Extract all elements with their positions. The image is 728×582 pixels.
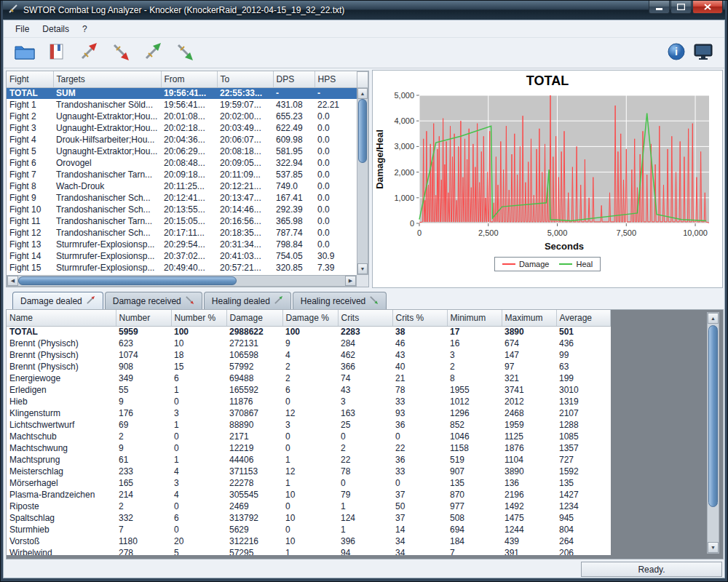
table-row[interactable]: Fight 14Sturmrufer-Explosionsp...20:37:0… [7,250,357,262]
table-row[interactable]: TOTAL59591002988622100228338173890501 [7,326,610,338]
svg-text:Damage/Heal: Damage/Heal [374,129,385,189]
table-row[interactable]: Wirbelwind278557295194347391206 [7,547,610,555]
scroll-track[interactable] [708,324,719,542]
damage-dealt-button[interactable] [75,41,103,65]
table-row[interactable]: Spaltschlag332631379210124375081475945 [7,512,610,524]
close-button[interactable] [692,1,723,14]
column-header[interactable]: Fight [7,71,53,87]
table-row[interactable]: Energiewoge349669488274218321199 [7,372,610,384]
sword-up-green-icon [142,41,164,65]
column-header[interactable]: Damage % [282,310,338,326]
table-row[interactable]: Erledigen55116559264378195537413010 [7,384,610,396]
scroll-track[interactable] [18,276,345,286]
fight-table-header: FightTargetsFromToDPSHPS [7,71,357,87]
table-row[interactable]: Hieb90118760333101220121319 [7,396,610,407]
column-header[interactable]: Targets [53,71,161,87]
fight-table[interactable]: FightTargetsFromToDPSHPS TOTALSUM19:56:4… [7,71,357,274]
table-row[interactable]: Plasma-Brandzeichen214430554510793787021… [7,489,610,501]
table-row[interactable]: Vorstoß1180203122161039634184439264 [7,535,610,547]
overlay-button[interactable] [694,43,713,63]
table-row[interactable]: Fight 3Ugnaught-Extraktor;Hou...20:02:18… [7,122,357,134]
healing-received-button[interactable] [171,41,199,65]
column-header[interactable]: Damage [226,310,282,326]
toolbar: i [4,38,724,68]
svg-text:Seconds: Seconds [545,241,584,252]
fight-table-horizontal-scrollbar[interactable]: ◀ ▶ [7,275,357,287]
table-row[interactable]: TOTALSUM19:56:41...22:55:33...-- [7,87,357,99]
stats-vertical-scrollbar[interactable]: ▲ ▼ [707,312,719,554]
info-button[interactable]: i [668,43,685,63]
table-row[interactable]: Fight 5Ugnaught-Extraktor;Hou...20:06:29… [7,146,357,157]
table-row[interactable]: Fight 11Trandoshanischer Tarn...20:15:05… [7,215,357,227]
column-header[interactable]: Number % [171,310,226,326]
column-header[interactable]: Average [556,310,610,326]
table-row[interactable]: Machtschwung90122190222115818761357 [7,442,610,454]
table-row[interactable]: Mörserhagel165322278100135136135 [7,477,610,489]
scroll-up-button[interactable]: ▲ [708,313,719,324]
table-row[interactable]: Riposte202469015097714921234 [7,501,610,512]
fight-table-vertical-scrollbar[interactable]: ▲ ▼ [357,71,368,275]
table-row[interactable]: Fight 13Sturmrufer-Explosionsp...20:29:5… [7,239,357,250]
menu-details[interactable]: Details [36,22,75,36]
healing-dealt-button[interactable] [139,41,167,65]
open-log-button[interactable] [11,41,39,65]
tab-healing-dealed[interactable]: Healing dealed [204,292,291,310]
table-row[interactable]: Fight 2Ugnaught-Extraktor;Hou...20:01:08… [7,111,357,122]
stats-table[interactable]: NameNumberNumber %DamageDamage %CritsCri… [7,310,611,555]
scroll-thumb[interactable] [708,325,718,507]
scroll-thumb[interactable] [358,99,367,163]
scroll-down-button[interactable]: ▼ [357,263,368,274]
table-row[interactable]: Fight 1Trandoshanischer Söld...19:56:41.… [7,99,357,111]
sword-up-red-icon [78,41,100,65]
tab-damage-received[interactable]: Damage received [105,292,202,310]
column-header[interactable]: Minimum [447,310,502,326]
scroll-left-button[interactable]: ◀ [7,276,18,286]
window-title: SWTOR Combat Log Analyzer - Knocker (Kno… [23,5,344,15]
table-row[interactable]: Meisterschlag233437115312783390738901592 [7,466,610,477]
damage-received-button[interactable] [107,41,135,65]
menu-help[interactable]: ? [76,22,93,36]
column-header[interactable]: Name [7,310,116,326]
table-row[interactable]: Sturmhieb70562901146941244804 [7,524,610,535]
table-row[interactable]: Brennt (Physisch)62310272131928446166744… [7,338,610,349]
scroll-thumb[interactable] [18,276,237,285]
minimize-button[interactable] [649,1,670,14]
titlebar[interactable]: SWTOR Combat Log Analyzer - Knocker (Kno… [3,1,725,20]
column-header[interactable]: Maximum [502,310,556,326]
table-row[interactable]: Machtsprung61144406122365191104727 [7,454,610,466]
tab-label: Damage dealed [20,296,82,306]
tab-damage-dealed[interactable]: Damage dealed [12,292,103,310]
column-header[interactable]: DPS [273,71,314,87]
table-row[interactable]: Fight 4Drouk-Hilfsarbeiter;Hou...20:04:3… [7,134,357,146]
table-row[interactable]: Machtschub202171000104611251085 [7,431,610,442]
scroll-track[interactable] [357,99,368,263]
column-header[interactable]: HPS [314,71,357,87]
column-header[interactable]: To [217,71,273,87]
table-row[interactable]: Brennt (Physisch)908155799223664029763 [7,361,610,372]
table-row[interactable]: Fight 15Sturmrufer-Explosionsp...20:49:4… [7,262,357,274]
legend-heal-label: Heal [576,260,593,268]
table-row[interactable]: Lichtschwertwurf691888903253685219591288 [7,419,610,431]
folder-icon [14,42,36,64]
scroll-up-button[interactable]: ▲ [357,88,368,99]
table-row[interactable]: Fight 6Orovogel20:08:48...20:09:05...322… [7,157,357,169]
scroll-down-button[interactable]: ▼ [708,542,719,553]
table-row[interactable]: Fight 10Trandoshanischer Sch...20:13:55.… [7,204,357,215]
table-row[interactable]: Fight 12Trandoshanischer Sch...20:17:11.… [7,227,357,239]
table-row[interactable]: Fight 8Wach-Drouk20:11:25...20:12:21...7… [7,180,357,192]
maximize-button[interactable] [670,1,692,14]
combat-log-button[interactable] [43,41,71,65]
table-row[interactable]: Fight 7Trandoshanischer Tarn...20:09:18.… [7,169,357,180]
table-row[interactable]: Brennt (Physisch)10741810659844624331479… [7,349,610,361]
table-row[interactable]: Fight 9Trandoshanischer Sch...20:12:41..… [7,192,357,204]
window-controls [648,1,723,14]
table-row[interactable]: Klingensturm1763370867121639312962468210… [7,407,610,419]
column-header[interactable]: Crits [338,310,392,326]
column-header[interactable]: From [161,71,217,87]
column-header[interactable]: Crits % [392,310,447,326]
tab-healing-received[interactable]: Healing received [293,292,387,310]
menu-file[interactable]: File [9,22,35,36]
svg-text:10,000: 10,000 [683,228,708,237]
column-header[interactable]: Number [116,310,171,326]
scroll-right-button[interactable]: ▶ [345,276,356,286]
